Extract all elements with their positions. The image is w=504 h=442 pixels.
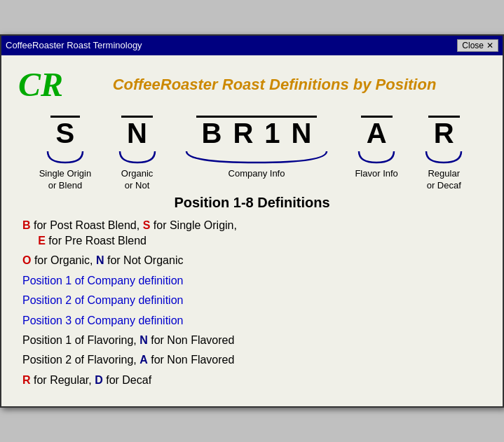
letter-s: S	[50, 116, 81, 149]
letter-D-decaf: D	[95, 374, 103, 386]
list-item: Position 2 of Flavoring, A for Non Flavo…	[22, 352, 482, 368]
group-company: B R 1 N Company Info	[183, 116, 330, 180]
letter-1: 1	[259, 116, 285, 149]
letters-br1n: B R 1 N	[196, 116, 318, 149]
list-item: Position 2 of Company definition	[22, 293, 482, 308]
definitions-title: Position 1-8 Definitions	[22, 195, 482, 211]
brace-a	[355, 150, 397, 165]
cr-logo: CR	[18, 68, 63, 102]
list-item: Position 3 of Company definition	[22, 313, 482, 329]
letter-a: A	[361, 116, 393, 149]
header-section: CR CoffeeRoaster Roast Definitions by Po…	[15, 62, 489, 110]
diagram-area: S Single Originor Blend N Organicor Not	[15, 110, 489, 195]
letters-r2: R	[428, 116, 460, 149]
list-item: Position 1 of Flavoring, N for Non Flavo…	[22, 333, 482, 348]
letter-E: E	[38, 235, 46, 247]
group-regular: R Regularor Decaf	[423, 116, 465, 192]
letter-R-decaf: R	[22, 374, 31, 386]
letter-r: R	[227, 116, 259, 149]
close-button[interactable]: Close ✕	[457, 39, 498, 52]
letter-N-flavor: N	[139, 334, 148, 346]
group-flavor: A Flavor Info	[355, 116, 397, 180]
title-bar-left: CoffeeRoaster Roast Terminology	[6, 40, 142, 50]
def-8b: for Decaf	[106, 374, 151, 386]
list-item: Position 1 of Company definition	[22, 273, 482, 289]
def-8a: for Regular,	[34, 374, 95, 386]
list-item: R for Regular, D for Decaf	[22, 373, 482, 388]
def-5-text[interactable]: Position 3 of Company definition	[22, 313, 183, 329]
brace-company	[183, 150, 330, 165]
brace-n	[116, 150, 158, 165]
close-label: Close	[462, 41, 484, 50]
label-flavor: Flavor Info	[355, 168, 397, 180]
def-1c: for Pre Roast Blend	[48, 235, 147, 247]
def-7b: for Non Flavored	[151, 354, 234, 366]
main-window: CoffeeRoaster Roast Terminology Close ✕ …	[0, 34, 504, 408]
def-8-text: R for Regular, D for Decaf	[22, 373, 151, 388]
def-2-text: O for Organic, N for Not Organic	[22, 253, 183, 268]
content-area: CR CoffeeRoaster Roast Definitions by Po…	[1, 55, 503, 406]
letter-B: B	[22, 219, 31, 231]
letter-n: N	[121, 116, 153, 149]
def-2a: for Organic,	[34, 254, 96, 266]
app-title: CoffeeRoaster Roast Definitions by Posit…	[63, 76, 486, 94]
letter-O: O	[22, 254, 31, 266]
def-7a: Position 2 of Flavoring,	[22, 354, 139, 366]
def-7-text: Position 2 of Flavoring, A for Non Flavo…	[22, 352, 234, 368]
group-organic: N Organicor Not	[116, 116, 158, 192]
letter-S: S	[143, 219, 151, 231]
letter-N-organic: N	[96, 254, 104, 266]
title-bar: CoffeeRoaster Roast Terminology Close ✕	[1, 36, 503, 55]
label-organic: Organicor Not	[121, 168, 154, 192]
def-6b: for Non Flavored	[151, 334, 234, 346]
letters-a: A	[361, 116, 393, 149]
letters-n: N	[121, 116, 153, 149]
def-1a: for Post Roast Blend,	[34, 219, 143, 231]
letters-s: S	[50, 116, 81, 149]
def-2b: for Not Organic	[107, 254, 183, 266]
def-4-text[interactable]: Position 2 of Company definition	[22, 293, 183, 308]
def-3-text[interactable]: Position 1 of Company definition	[22, 273, 183, 289]
def-6a: Position 1 of Flavoring,	[22, 334, 139, 346]
letter-r2: R	[428, 116, 460, 149]
label-single-origin: Single Originor Blend	[39, 168, 91, 192]
brace-r	[423, 150, 465, 165]
definitions-list: B for Post Roast Blend, S for Single Ori…	[22, 218, 482, 389]
brace-s	[44, 150, 86, 165]
label-regular: Regularor Decaf	[427, 168, 461, 192]
window-title: CoffeeRoaster Roast Terminology	[6, 40, 142, 50]
def-1-text: B for Post Roast Blend, S for Single Ori…	[22, 218, 237, 249]
list-item: O for Organic, N for Not Organic	[22, 253, 482, 268]
list-item: B for Post Roast Blend, S for Single Ori…	[22, 218, 482, 249]
definitions-section: Position 1-8 Definitions B for Post Roas…	[15, 195, 489, 389]
letter-n2: N	[286, 116, 318, 149]
close-x-icon: ✕	[486, 41, 493, 50]
def-6-text: Position 1 of Flavoring, N for Non Flavo…	[22, 333, 234, 348]
letter-A-flavor: A	[139, 354, 148, 366]
label-company: Company Info	[229, 168, 285, 180]
group-single-origin: S Single Originor Blend	[39, 116, 91, 192]
letter-b: B	[196, 116, 228, 149]
